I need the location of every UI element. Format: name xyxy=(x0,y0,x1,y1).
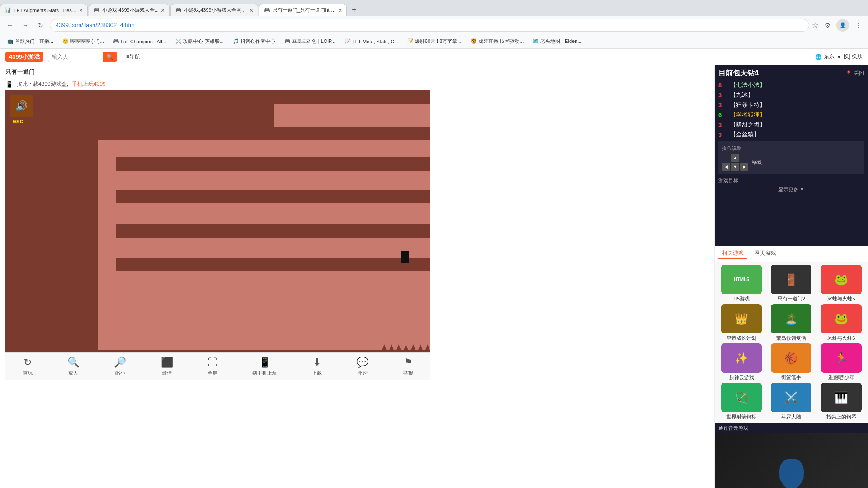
game-thumb-8[interactable]: 🏃 进跑吧!少年 xyxy=(817,343,865,381)
site-search-button[interactable]: 🔍 xyxy=(103,52,117,62)
close-icon: 📍 xyxy=(845,70,852,77)
live-num-3: 6 xyxy=(718,112,727,118)
lang-selector[interactable]: 🌐 东东 ▼ 换| 换肤 xyxy=(815,53,863,61)
fullscreen-button[interactable]: ⛶ 全屏 xyxy=(208,357,217,376)
tab-close-4399-2[interactable]: × xyxy=(250,7,253,14)
new-tab-button[interactable]: + xyxy=(348,4,360,16)
best-button[interactable]: ⬛ 最佳 xyxy=(161,357,173,376)
close-label: 关闭 xyxy=(854,70,864,77)
game-thumb-img-2: 🐸 xyxy=(821,265,862,294)
related-games-grid: HTML5 H5游戏 🚪 只有一道门2 🐸 xyxy=(715,262,868,423)
bookmark-elden[interactable]: 🗺️ 老头地图 - Elden... xyxy=(529,37,585,46)
game-thumb-0[interactable]: HTML5 H5游戏 xyxy=(717,265,765,302)
refresh-button[interactable]: ↻ xyxy=(34,19,47,32)
download-link[interactable]: 手机上玩4399 xyxy=(72,80,106,88)
bookmark-favicon-huya: 🐯 xyxy=(471,38,477,44)
zoom-in-button[interactable]: 🔍 放大 xyxy=(67,357,80,376)
game-label-11: 指尖上的钢琴 xyxy=(826,413,856,420)
game-label-3: 皇帝成长计划 xyxy=(726,335,756,342)
profile-button[interactable]: 👤 xyxy=(836,19,849,32)
game-thumb-5[interactable]: 🐸 冰蛙与火蛙6 xyxy=(817,304,865,342)
platform-6 xyxy=(98,271,430,350)
game-thumb-img-7: 🏀 xyxy=(771,343,811,373)
spike xyxy=(417,344,424,352)
live-item-4: 3 【嗜甜之齿】 xyxy=(718,121,864,129)
download-button[interactable]: ⬇ 下载 xyxy=(312,357,322,376)
tab-close-game[interactable]: × xyxy=(338,7,342,14)
bookmark-douyin[interactable]: 🎵 抖音创作者中心 xyxy=(229,37,279,46)
spike xyxy=(403,344,409,352)
game-thumb-9[interactable]: 🏹 世界射箭锦标 xyxy=(717,383,765,420)
tab-4399-1[interactable]: 🎮 小游戏,4399小游戏大全... × xyxy=(89,4,170,16)
back-button[interactable]: ← xyxy=(4,19,16,32)
tab-tft[interactable]: 📊 TFT Augments Stats - Best A... × xyxy=(0,4,88,16)
mobile-label: 到手机上玩 xyxy=(252,370,277,376)
live-items-list: 8 【七法小法】 3 【九冰】 3 【狂暴卡特】 6 xyxy=(718,81,864,139)
mobile-button[interactable]: 📱 到手机上玩 xyxy=(252,357,277,376)
site-nav-item[interactable]: ≡导航 xyxy=(126,53,140,61)
live-item-2: 3 【狂暴卡特】 xyxy=(718,101,864,109)
tab-4399-2[interactable]: 🎮 小游戏,4399小游戏大全网页... × xyxy=(170,4,258,16)
live-text-0: 【七法小法】 xyxy=(730,81,765,89)
globe-icon: 🌐 xyxy=(815,54,822,60)
bookmark-pro[interactable]: 🎮 프로코리안 | LOlP... xyxy=(281,37,339,46)
show-more-label: 显示更多 xyxy=(778,187,798,192)
comment-label: 评论 xyxy=(358,370,368,376)
live-text-1: 【九冰】 xyxy=(730,91,754,99)
forward-button[interactable]: → xyxy=(19,19,32,32)
game-thumb-4[interactable]: 🏝️ 荒岛救训复活 xyxy=(767,304,815,342)
tab-web-games[interactable]: 网页游戏 xyxy=(751,249,780,259)
game-thumb-3[interactable]: 👑 皇帝成长计划 xyxy=(717,304,765,342)
bookmark-favicon-guide: ⚔️ xyxy=(175,38,182,44)
bookmark-tft[interactable]: 📈 TFT Meta, Stats, C... xyxy=(341,38,402,45)
menu-button[interactable]: ⋮ xyxy=(852,19,864,32)
bookmark-label-pro: 프로코리안 | LOlP... xyxy=(292,38,335,45)
tab-close-tft[interactable]: × xyxy=(79,7,83,14)
bookmark-guide[interactable]: ⚔️ 攻略中心-英雄联... xyxy=(172,37,227,46)
site-search-input[interactable] xyxy=(48,52,103,61)
bookmark-label-guide: 攻略中心-英雄联... xyxy=(183,38,224,45)
comment-button[interactable]: 💬 评论 xyxy=(356,357,368,376)
address-input[interactable] xyxy=(50,19,809,32)
game-label-1: 只有一道门2 xyxy=(778,296,805,302)
tab-game-active[interactable]: 🎮 只有一道门_只有一道门html5... × xyxy=(259,4,347,16)
game-thumb-1[interactable]: 🚪 只有一道门2 xyxy=(767,265,815,302)
extensions-button[interactable]: ⚙ xyxy=(821,19,834,32)
convert-button[interactable]: 换| 换肤 xyxy=(844,53,863,61)
tab-close-4399-1[interactable]: × xyxy=(161,7,165,14)
game-thumb-10[interactable]: ⚔️ 斗罗大陆 xyxy=(767,383,815,420)
bookmarks-bar: 📺 首款热门 - 直播... 😊 哼哼哼哼 ( · ')... 🎮 LoL Ch… xyxy=(0,34,868,49)
bookmark-huya[interactable]: 🐯 虎牙直播-技术驱动... xyxy=(467,37,528,46)
live-stream-section: 通过音云游戏 👤 直播时间早九点半-晚暴 xyxy=(715,423,868,488)
address-bar-row: ← → ↻ ☆ ⚙ 👤 ⋮ xyxy=(0,16,868,34)
bookmark-star-icon[interactable]: ☆ xyxy=(812,21,818,29)
game-frame[interactable]: 🔊 esc xyxy=(5,90,430,352)
game-download-bar: 📱 按此下载4399游戏盒, 手机上玩4399 xyxy=(0,79,714,90)
bookmark-8w[interactable]: 📝 爆肝60天!! 8万字章... xyxy=(404,37,465,46)
game-thumb-11[interactable]: 🎹 指尖上的钢琴 xyxy=(817,383,865,420)
zoom-out-button[interactable]: 🔎 缩小 xyxy=(114,357,126,376)
show-more-button[interactable]: 显示更多 ▼ xyxy=(718,184,864,195)
main-content: 只有一道门 📱 按此下载4399游戏盒, 手机上玩4399 🔊 esc xyxy=(0,65,868,488)
bookmark-1[interactable]: 📺 首款热门 - 直播... xyxy=(4,37,57,46)
barrier-1 xyxy=(98,127,430,140)
close-side-button[interactable]: 📍 关闭 xyxy=(845,70,864,77)
bookmark-2[interactable]: 😊 哼哼哼哼 ( · ')... xyxy=(59,37,108,46)
bookmark-lol[interactable]: 🎮 LoL Champion : All... xyxy=(109,38,170,45)
tab-title-tft: TFT Augments Stats - Best A... xyxy=(14,8,77,13)
sound-button[interactable]: 🔊 xyxy=(10,95,33,117)
game-title: 只有一道门 xyxy=(5,68,35,76)
live-text-2: 【狂暴卡特】 xyxy=(730,101,765,109)
game-thumb-7[interactable]: 🏀 街篮笔手 xyxy=(767,343,815,381)
platform-top xyxy=(274,104,430,129)
site-logo[interactable]: 4399小游戏 xyxy=(5,52,43,62)
game-label-7: 街篮笔手 xyxy=(781,374,801,381)
game-thumb-2[interactable]: 🐸 冰蛙与火蛙5 xyxy=(817,265,865,302)
live-stream-label: 通过音云游戏 xyxy=(718,425,748,432)
replay-button[interactable]: ↻ 重玩 xyxy=(23,357,33,376)
report-button[interactable]: ⚑ 举报 xyxy=(403,357,413,376)
game-thumb-6[interactable]: ✨ 原神云游戏 xyxy=(717,343,765,381)
tab-related-games[interactable]: 相关游戏 xyxy=(718,249,747,259)
live-text-5: 【金丝猿】 xyxy=(730,131,760,139)
best-label: 最佳 xyxy=(162,370,172,376)
